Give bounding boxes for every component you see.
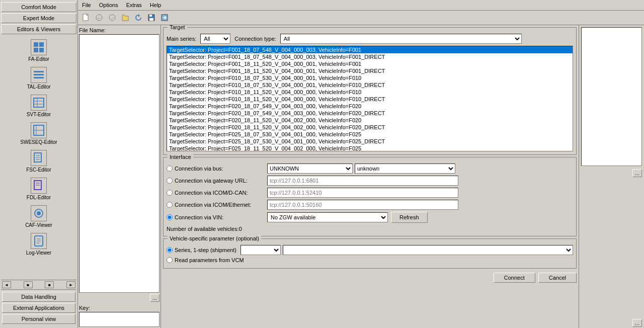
target-group: Target Main series: All Connection type:… [163,27,577,155]
svg-marker-33 [138,14,140,17]
svg-rect-2 [34,48,38,52]
target-list-item[interactable]: TargetSelector: Project=F020_18_07_549_V… [167,103,573,110]
toolbar-refresh-button[interactable] [132,12,144,24]
caf-viewer-label: CAF-Viewer [25,222,52,228]
sidebar-nav-right[interactable]: ► [66,281,75,288]
data-handling-button[interactable]: Data Handling [2,292,75,302]
log-viewer-label: Log-Viewer [26,250,51,256]
vehicle-specific-group: Vehicle-specific parameter (optional) Se… [163,238,577,269]
svg-text:→: → [110,15,115,21]
icom-eth-input[interactable] [267,200,458,210]
bus-selects: UNKNOWN unknown [267,163,455,174]
sidebar-nav-mid2[interactable]: ■ [45,281,54,288]
target-list-item[interactable]: TargetSelector: Project=F010_18_07_530_V… [167,74,573,81]
editors-viewers-button[interactable]: Editors & Viewers [1,24,76,34]
bus-select-label[interactable]: unknown [355,163,455,174]
toolbar-export-button[interactable] [158,12,171,24]
connection-icom-eth-label[interactable]: Connection via ICOM/Ethernet: [167,202,267,208]
sidebar-item-fa-editor[interactable]: FA-Editor [1,37,76,64]
toolbar-save-button[interactable] [145,12,157,24]
connection-bus-radio[interactable] [167,166,173,172]
target-list-item[interactable]: TargetSelector: Project=F025_18_11_520_V… [167,145,573,151]
sidebar-nav-left[interactable]: ◄ [2,281,11,288]
connection-icom-can-radio[interactable] [167,190,173,196]
personal-view-button[interactable]: Personal view [2,314,75,324]
gateway-input[interactable] [267,176,458,186]
svg-point-22 [37,211,41,215]
connection-gateway-label[interactable]: Connection via gateway URL: [167,178,267,184]
target-list-item[interactable]: TargetSelector: Project=F025_18_07_530_V… [167,131,573,138]
menu-file[interactable]: File [78,1,95,9]
connection-bus-label[interactable]: Connection via bus: [167,166,267,172]
connect-button[interactable]: Connect [494,273,535,283]
expert-mode-button[interactable]: Expert Mode [1,13,76,23]
refresh-button[interactable]: Refresh [391,212,428,223]
sidebar-nav-mid1[interactable]: ■ [24,281,33,288]
series-select-2[interactable] [283,245,573,255]
key-label: Key: [79,304,159,312]
dialog-panel: Target Main series: All Connection type:… [161,25,579,328]
svg-rect-5 [34,74,44,75]
interface-group: Interface Connection via bus: UNKNOWN un… [163,157,577,236]
bus-select-unknown[interactable]: UNKNOWN [267,163,353,174]
svg-rect-6 [34,77,44,78]
cancel-button[interactable]: Cancel [538,273,577,283]
toolbar-new-button[interactable] [80,12,92,24]
menu-options[interactable]: Options [95,1,122,9]
sidebar-item-svt-editor[interactable]: SVT-Editor [1,93,76,119]
target-list-item[interactable]: TargetSelector: Project=F001_18_11_520_V… [167,60,573,67]
svg-rect-36 [149,18,153,21]
svg-rect-35 [149,15,152,17]
sidebar-item-sweseq-editor[interactable]: SWESEQ-Editor [1,120,76,147]
toolbar-open-button[interactable] [119,12,131,24]
target-list-item[interactable]: TargetSelector: Project=F025_18_07_530_V… [167,138,573,145]
sidebar: Comfort Mode Expert Mode Editors & Viewe… [0,0,78,328]
tal-editor-label: TAL-Editor [27,84,50,90]
read-vcm-radio[interactable] [167,257,173,263]
toolbar-forward-button[interactable]: → [106,12,118,24]
target-list-item[interactable]: TargetSelector: Project=F001_18_07_548_V… [167,53,573,60]
icom-can-input[interactable] [267,188,458,198]
connection-icom-eth-radio[interactable] [167,202,173,208]
comfort-mode-button[interactable]: Comfort Mode [1,2,76,12]
main-series-label: Main series: [167,36,196,42]
connection-icom-eth-row: Connection via ICOM/Ethernet: [167,200,573,210]
target-list-item[interactable]: TargetSelector: Project=F001_18_11_520_V… [167,67,573,74]
target-list-item[interactable]: TargetSelector: Project=F020_18_11_520_V… [167,124,573,131]
external-apps-button[interactable]: External Applications [2,303,75,313]
sidebar-item-fsc-editor[interactable]: FSC-Editor [1,148,76,175]
main-series-select[interactable]: All [200,34,230,44]
target-list[interactable]: TargetSelector: Project=F001_18_07_548_V… [167,46,573,151]
svg-rect-0 [34,42,38,47]
sidebar-bottom-section: Data Handling External Applications Pers… [1,290,76,326]
connection-vin-radio[interactable] [167,214,173,220]
right-browse-button[interactable]: ... [632,169,642,177]
svt-editor-label: SVT-Editor [27,112,51,117]
right-browse-button-2[interactable]: ... [632,319,642,327]
series-label[interactable]: Series, 1-step (shipment) [167,247,236,253]
sidebar-item-log-viewer[interactable]: Log-Viewer [1,231,76,258]
sidebar-item-caf-viewer[interactable]: CAF-Viewer [1,203,76,230]
connection-icom-can-label[interactable]: Connection via ICOM/D-CAN: [167,190,267,196]
target-list-item[interactable]: TargetSelector: Project=F001_18_07_548_V… [167,46,573,53]
connection-type-select[interactable]: All [280,34,522,44]
series-radio[interactable] [167,247,173,253]
target-list-item[interactable]: TargetSelector: Project=F020_18_07_549_V… [167,110,573,117]
toolbar: ← → [78,11,644,25]
target-list-item[interactable]: TargetSelector: Project=F020_18_11_520_V… [167,117,573,124]
target-list-item[interactable]: TargetSelector: Project=F010_18_11_520_V… [167,96,573,103]
vin-dropdown[interactable]: No ZGW available [267,212,388,222]
file-browse-button[interactable]: ... [150,294,159,302]
target-list-item[interactable]: TargetSelector: Project=F010_18_11_520_V… [167,89,573,96]
series-select-1[interactable] [240,245,281,255]
toolbar-back-button[interactable]: ← [93,12,105,24]
menu-extras[interactable]: Extras [122,1,146,9]
connection-vin-label[interactable]: Connection via VIN: [167,214,267,220]
sidebar-item-tal-editor[interactable]: TAL-Editor [1,65,76,92]
read-vcm-label[interactable]: Read parameters from VCM [167,257,244,263]
target-group-label: Target [168,25,187,30]
sidebar-item-fdl-editor[interactable]: FDL-Editor [1,176,76,202]
connection-gateway-radio[interactable] [167,178,173,184]
menu-help[interactable]: Help [146,1,166,9]
target-list-item[interactable]: TargetSelector: Project=F010_18_07_530_V… [167,81,573,89]
